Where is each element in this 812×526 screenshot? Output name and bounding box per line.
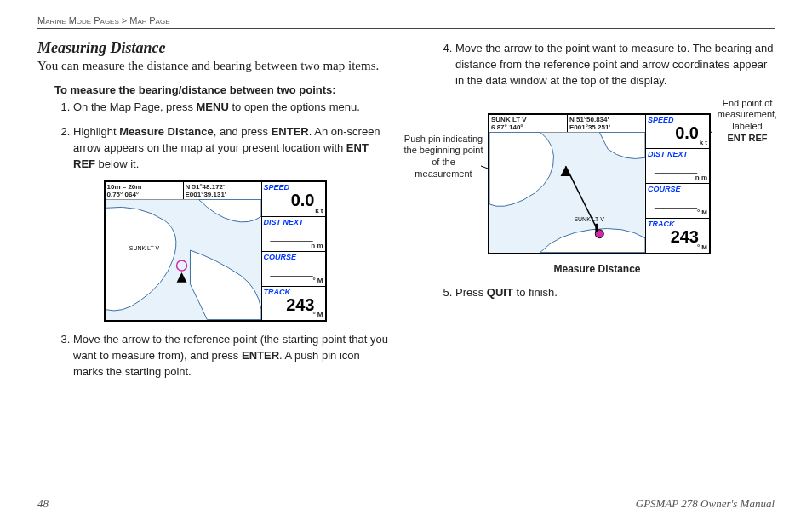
device2-dist: DIST NEXT _____ n m xyxy=(646,149,709,184)
step-4: Move the arrow to the point want to meas… xyxy=(455,41,775,89)
footer: 48 GPSMAP 278 Owner's Manual xyxy=(37,497,775,511)
steps-right-5: Press QUIT to finish. xyxy=(437,285,775,301)
device1-map: 10m – 20m 0.75° 064° N 51°48.172' E001°3… xyxy=(106,182,261,320)
device1-chart: SUNK LT-V xyxy=(106,199,261,320)
device1-sidebar: SPEED 0.0 k t DIST NEXT _____ n m COURSE… xyxy=(261,182,325,320)
manual-title: GPSMAP 278 Owner's Manual xyxy=(636,497,775,511)
breadcrumb: Marine Mode Pages > Map Page xyxy=(37,15,775,29)
device2-track: TRACK 243 ° M xyxy=(646,219,709,253)
lead-text: You can measure the distance and bearing… xyxy=(37,59,392,73)
svg-text:SUNK LT-V: SUNK LT-V xyxy=(574,215,604,221)
device-screenshot-1: 10m – 20m 0.75° 064° N 51°48.172' E001°3… xyxy=(104,180,327,322)
step-3: Move the arrow to the reference point (t… xyxy=(73,332,392,380)
col-right: Move the arrow to the point want to meas… xyxy=(420,36,775,389)
steps-left-3: Move the arrow to the reference point (t… xyxy=(54,332,392,380)
steps-right-4: Move the arrow to the point want to meas… xyxy=(437,41,775,89)
page-number: 48 xyxy=(37,497,49,511)
annot-right: End point of measurement, labeled ENT RE… xyxy=(701,98,793,145)
device1-speed: SPEED 0.0 k t xyxy=(262,182,325,217)
device1-track: TRACK 243 ° M xyxy=(262,287,325,321)
svg-rect-10 xyxy=(595,223,598,232)
breadcrumb-a: Marine Mode Pages xyxy=(37,15,119,26)
device2-speed: SPEED 0.0 k t xyxy=(646,115,709,150)
device1-course: COURSE _____ ° M xyxy=(262,252,325,287)
device2-topbar: SUNK LT V 6.87° 140° N 51°50.834' E001°3… xyxy=(489,115,645,133)
breadcrumb-b: Map Page xyxy=(129,15,169,26)
howto-heading: To measure the bearing/distance between … xyxy=(54,83,392,96)
device-screenshot-2: SUNK LT V 6.87° 140° N 51°50.834' E001°3… xyxy=(488,113,711,254)
section-title: Measuring Distance xyxy=(37,39,392,57)
device2-map: SUNK LT V 6.87° 140° N 51°50.834' E001°3… xyxy=(489,115,645,253)
device1-dist: DIST NEXT _____ n m xyxy=(262,217,325,252)
device2-sidebar: SPEED 0.0 k t DIST NEXT _____ n m COURSE… xyxy=(645,115,709,253)
steps-left: On the Map Page, press MENU to open the … xyxy=(54,100,392,172)
annot-left: Push pin indicating the beginning point … xyxy=(403,134,484,180)
device2-caption: Measure Distance xyxy=(420,263,775,275)
manual-page: Marine Mode Pages > Map Page Measuring D… xyxy=(0,0,812,526)
columns: Measuring Distance You can measure the d… xyxy=(37,36,775,389)
device2-wrap: Push pin indicating the beginning point … xyxy=(420,98,775,260)
col-left: Measuring Distance You can measure the d… xyxy=(37,36,392,389)
svg-text:SUNK LT-V: SUNK LT-V xyxy=(129,245,159,251)
step-5: Press QUIT to finish. xyxy=(455,285,775,301)
device2-chart: SUNK LT-V xyxy=(489,132,645,253)
device2-course: COURSE _____ ° M xyxy=(646,184,709,219)
step-2: Highlight Measure Distance, and press EN… xyxy=(73,124,392,173)
breadcrumb-sep: > xyxy=(122,15,127,26)
step-1: On the Map Page, press MENU to open the … xyxy=(73,100,392,116)
device1-topbar: 10m – 20m 0.75° 064° N 51°48.172' E001°3… xyxy=(106,182,261,200)
